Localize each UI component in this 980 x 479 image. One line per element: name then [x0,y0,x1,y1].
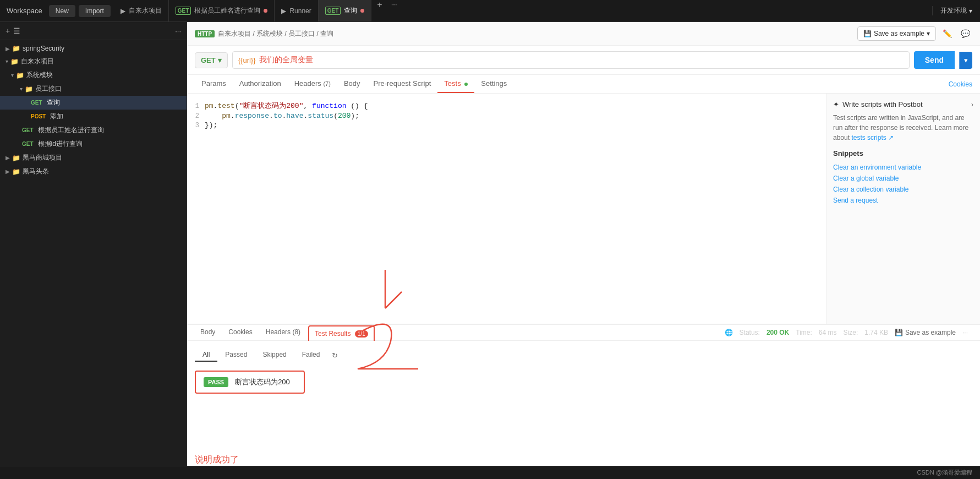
filter-tab-passed[interactable]: Passed [217,349,255,362]
tab-body[interactable]: Body [337,75,367,93]
filter-tab-skipped[interactable]: Skipped [255,349,294,362]
line-number: 3 [187,122,205,129]
sidebar-item-label: 系统模块 [26,70,181,80]
save-example-button[interactable]: 💾 Save as example [895,329,956,336]
snippet-clear-env[interactable]: Clear an environment variable [833,162,973,173]
tab-label: 根据员工姓名进行查询 [194,6,260,15]
postbot-header[interactable]: ✦ Write scripts with Postbot › [833,100,973,108]
sidebar-item-post-add[interactable]: POST 添加 [0,110,187,123]
send-button[interactable]: Send [914,51,955,69]
postbot-link[interactable]: tests scripts ↗ [851,134,894,141]
snippet-clear-collection[interactable]: Clear a collection variable [833,184,973,195]
method-tag-get: GET [29,99,45,106]
tab-pre-request[interactable]: Pre-request Script [367,75,438,93]
url-input[interactable]: {{url}} 我们的全局变量 [232,51,910,69]
snippet-clear-global[interactable]: Clear a global variable [833,173,973,184]
sidebar-item-label: 黑马头条 [23,167,181,176]
method-label: GET [201,56,216,64]
chevron-right-icon: › [971,100,973,108]
snippets-title: Snippets [833,149,973,157]
resp-tab-body[interactable]: Body [195,325,221,340]
sidebar-item-label: 根据员工姓名进行查询 [38,126,181,135]
tab-collection[interactable]: ▶ 自来水项目 [114,0,169,21]
sidebar-item-heima-mall[interactable]: ▶ 📁 黑马商城项目 [0,151,187,165]
tab-label: 查询 [344,6,357,15]
filter-icon[interactable]: ☰ [13,26,20,35]
pass-badge: PASS [204,377,228,387]
tab-get-query[interactable]: GET 查询 [319,0,372,21]
resp-tab-cookies[interactable]: Cookies [223,325,258,340]
sidebar-item-heima-headline[interactable]: ▶ 📁 黑马头条 [0,165,187,178]
chevron-down-icon: ▾ [6,58,8,64]
tab-get-employee[interactable]: GET 根据员工姓名进行查询 [169,0,275,21]
sidebar-tree: ▶ 📁 springSecurity ▾ 📁 自来水项目 ▾ 📁 系统模块 ▾ … [0,40,187,466]
more-tabs-button[interactable]: ··· [388,0,401,21]
resp-tab-test-results[interactable]: Test Results 1/1 [308,325,375,341]
sidebar-item-zls-project[interactable]: ▾ 📁 自来水项目 [0,55,187,68]
line-content: pm.test("断言状态码为200", function () { [205,101,826,111]
status-label: Status: [740,329,760,336]
sidebar-item-spring-security[interactable]: ▶ 📁 springSecurity [0,42,187,55]
save-icon: 💾 [863,30,872,37]
new-tab-button[interactable]: + [371,0,387,21]
http-badge: HTTP [195,30,215,37]
resp-tab-headers[interactable]: Headers (8) [260,325,306,340]
import-button[interactable]: Import [79,5,111,17]
filter-tab-failed[interactable]: Failed [294,349,328,362]
chevron-down-icon: ▾ [11,72,14,78]
test-result-item: PASS 断言状态码为200 [195,371,305,394]
sidebar-item-get-by-id[interactable]: GET 根据id进行查询 [0,137,187,151]
code-line-2: 2 pm.response.to.have.status(200); [187,111,826,121]
test-name: 断言状态码为200 [235,377,290,387]
cookies-link[interactable]: Cookies [949,80,972,88]
comment-icon[interactable]: 💬 [959,27,972,40]
send-dropdown-button[interactable]: ▾ [959,52,972,69]
tab-label: Runner [289,7,311,15]
folder-icon: 📁 [16,72,24,79]
postbot-panel: ✦ Write scripts with Postbot › Test scri… [826,94,980,324]
sidebar-item-label: 添加 [50,112,181,121]
chevron-right-icon: ▶ [6,46,10,52]
method-tag-get: GET [20,127,36,134]
more-options-icon[interactable]: ··· [175,27,181,35]
save-button[interactable]: 💾 Save as example ▾ [857,26,936,41]
sidebar-item-get-query[interactable]: GET 查询 [0,96,187,110]
time-label: Time: [796,329,812,336]
tab-authorization[interactable]: Authorization [233,75,288,93]
filter-tabs: All Passed Skipped Failed ↻ [195,346,972,366]
sidebar-item-employee-api[interactable]: ▾ 📁 员工接口 [0,82,187,96]
chevron-down-icon: ▾ [20,86,23,92]
add-icon[interactable]: + [6,26,10,35]
new-button[interactable]: New [49,5,75,17]
breadcrumb-path: 自来水项目 / 系统模块 / 员工接口 / 查询 [218,29,333,39]
tab-headers[interactable]: Headers (7) [288,75,337,93]
sidebar-item-system-module[interactable]: ▾ 📁 系统模块 [0,68,187,82]
snippet-send-request[interactable]: Send a request [833,195,973,206]
environment-selector[interactable]: 开发环境 ▾ [932,6,980,15]
time-value: 64 ms [819,329,837,336]
refresh-button[interactable]: ↻ [332,351,338,360]
tab-tests[interactable]: Tests [437,75,474,93]
response-status-bar: 🌐 Status: 200 OK Time: 64 ms Size: 1.74 … [725,329,972,336]
sidebar-item-label: 员工接口 [35,84,181,94]
filter-tab-all[interactable]: All [195,349,217,362]
sidebar-header: + ☰ ··· [0,22,187,40]
edit-icon[interactable]: ✏️ [940,27,954,40]
tab-dot [264,9,267,13]
tab-settings[interactable]: Settings [474,75,513,93]
chevron-down-icon: ▾ [969,7,972,15]
code-editor[interactable]: 1 pm.test("断言状态码为200", function () { 2 p… [187,94,826,324]
status-value: 200 OK [767,329,789,336]
method-selector[interactable]: GET ▾ [195,52,228,68]
tab-params[interactable]: Params [195,75,233,93]
method-tag-get: GET [325,7,341,15]
code-line-1: 1 pm.test("断言状态码为200", function () { [187,100,826,111]
success-text: 说明成功了 [187,454,980,466]
play-icon: ▶ [281,7,286,15]
sidebar: + ☰ ··· ▶ 📁 springSecurity ▾ 📁 自来水项目 ▾ 📁… [0,22,187,466]
sidebar-item-get-by-name[interactable]: GET 根据员工姓名进行查询 [0,123,187,137]
bottom-bar: CSDN @涵哥爱编程 [0,466,980,479]
tabs-area: ▶ 自来水项目 GET 根据员工姓名进行查询 ▶ Runner GET 查询 +… [114,0,932,21]
tab-runner[interactable]: ▶ Runner [275,0,318,21]
more-options-button[interactable]: ··· [962,329,968,336]
